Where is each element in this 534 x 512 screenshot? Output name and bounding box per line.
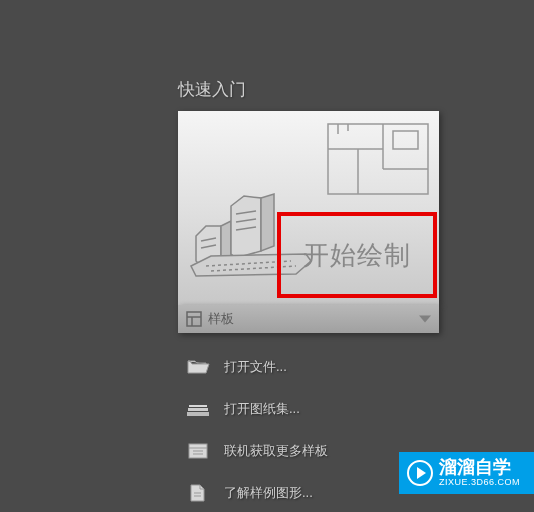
template-label: 样板: [208, 310, 234, 328]
menu-label: 了解样例图形...: [224, 484, 313, 502]
start-draw-label: 开始绘制: [303, 238, 411, 273]
template-dropdown[interactable]: 样板: [178, 305, 439, 333]
menu-item-open-sheets[interactable]: 打开图纸集...: [178, 393, 439, 425]
download-template-icon: [186, 441, 210, 461]
menu-label: 打开文件...: [224, 358, 287, 376]
watermark-sub: ZIXUE.3D66.COM: [439, 478, 520, 488]
floorplan-icon: [323, 119, 433, 199]
folder-open-icon: [186, 357, 210, 377]
document-plus-icon: [186, 483, 210, 503]
watermark-main: 溜溜自学: [439, 458, 520, 478]
menu-label: 打开图纸集...: [224, 400, 300, 418]
play-icon: [407, 460, 433, 486]
svg-rect-0: [328, 124, 428, 194]
svg-rect-15: [187, 312, 201, 326]
chevron-down-icon: [419, 316, 431, 323]
drawing-preview-card[interactable]: 开始绘制: [178, 111, 439, 305]
menu-item-open-file[interactable]: 打开文件...: [178, 351, 439, 383]
menu-label: 联机获取更多样板: [224, 442, 328, 460]
start-draw-highlight[interactable]: 开始绘制: [277, 212, 437, 298]
quick-start-title: 快速入门: [178, 78, 439, 101]
svg-rect-5: [393, 131, 418, 149]
quick-start-panel: 快速入门: [178, 78, 439, 512]
watermark-text: 溜溜自学 ZIXUE.3D66.COM: [439, 458, 520, 488]
template-icon: [186, 311, 202, 327]
sheets-icon: [186, 399, 210, 419]
watermark-badge: 溜溜自学 ZIXUE.3D66.COM: [399, 452, 534, 494]
